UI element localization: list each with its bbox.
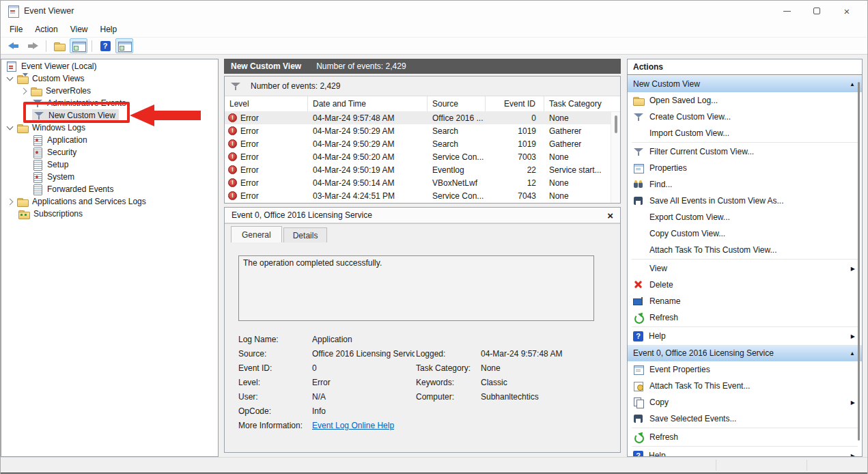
collapse-icon[interactable]: ▲: [850, 350, 855, 357]
actions-separator: [632, 142, 858, 143]
column-header-level[interactable]: Level: [225, 96, 308, 111]
chevron-down-icon[interactable]: [7, 74, 14, 81]
tree-item-applications-and-services-logs[interactable]: Applications and Services Logs: [2, 195, 217, 208]
properties-icon: [633, 163, 644, 173]
toolbar-separator: [92, 40, 92, 52]
toolbar-separator: [46, 40, 46, 52]
events-table-header: Level Date and Time Source Event ID Task…: [225, 96, 620, 111]
tree-item-label: Subscriptions: [33, 209, 83, 219]
actions-title: Actions: [628, 59, 862, 75]
event-row[interactable]: Error 04-Mar-24 9:50:19 AM Eventlog 22 S…: [225, 163, 620, 176]
chevron-down-icon[interactable]: [7, 123, 14, 130]
tree-item-windows-logs[interactable]: Windows Logs: [2, 122, 217, 134]
show-console-tree-button[interactable]: [70, 38, 87, 53]
event-row[interactable]: Error 04-Mar-24 9:50:29 AM Search 1019 G…: [225, 124, 620, 137]
column-header-source[interactable]: Source: [428, 96, 486, 111]
help-icon: [100, 41, 111, 51]
event-description: The operation completed successfully.: [243, 258, 382, 268]
action-create-custom-view[interactable]: Create Custom View...: [628, 109, 862, 125]
error-icon: [228, 165, 237, 174]
action-import-custom-view[interactable]: Import Custom View...: [628, 125, 862, 141]
action-copy[interactable]: Copy ▶: [628, 394, 862, 410]
actions-pane: Actions New Custom View ▲ Open Saved Log…: [627, 59, 863, 457]
log-icon: [32, 135, 43, 145]
tree-item-label: System: [47, 172, 74, 182]
tree-item-security[interactable]: Security: [2, 146, 217, 158]
actions-section-header-new-custom-view[interactable]: New Custom View ▲: [628, 75, 862, 92]
menu-action[interactable]: Action: [29, 23, 64, 36]
refresh-icon: [633, 432, 644, 443]
submenu-arrow-icon: ▶: [851, 400, 855, 406]
column-header-task-category[interactable]: Task Category: [544, 96, 620, 111]
field-label: Task Category:: [416, 363, 471, 373]
error-icon: [228, 178, 237, 187]
tree-item-event-viewer-local[interactable]: Event Viewer (Local): [2, 60, 217, 72]
submenu-arrow-icon: ▶: [851, 266, 855, 272]
forward-button[interactable]: [24, 38, 42, 53]
event-row[interactable]: Error 04-Mar-24 9:50:29 AM Search 1019 G…: [225, 137, 620, 150]
action-properties[interactable]: Properties: [628, 160, 862, 176]
action-refresh[interactable]: Refresh: [628, 309, 862, 326]
help-button[interactable]: [96, 38, 114, 53]
tree-item-setup[interactable]: Setup: [2, 158, 217, 171]
chevron-right-icon[interactable]: [20, 87, 27, 94]
action-open-saved-log[interactable]: Open Saved Log...: [628, 92, 862, 109]
actions-scrollbar[interactable]: [858, 82, 860, 441]
tree-item-label: Custom Views: [32, 74, 84, 83]
open-saved-log-button[interactable]: [51, 38, 68, 53]
action-export-custom-view[interactable]: Export Custom View...: [628, 209, 862, 225]
minimize-button[interactable]: [772, 1, 802, 21]
tab-general[interactable]: General: [231, 226, 282, 242]
event-row[interactable]: Error 04-Mar-24 9:50:14 AM VBoxNetLwf 12…: [225, 176, 620, 189]
event-row[interactable]: Error 03-Mar-24 4:24:51 PM Service Con..…: [225, 189, 620, 202]
tree-item-forwarded-events[interactable]: Forwarded Events: [2, 183, 217, 195]
log-icon: [32, 159, 43, 170]
filter-icon: [633, 146, 644, 157]
tab-details[interactable]: Details: [283, 227, 328, 242]
action-copy-custom-view[interactable]: Copy Custom View...: [628, 225, 862, 242]
field-value: Application: [312, 335, 352, 344]
rename-icon: [633, 296, 644, 307]
tree-item-system[interactable]: System: [2, 171, 217, 183]
event-row[interactable]: Error 04-Mar-24 9:57:48 AM Office 2016 .…: [225, 111, 620, 124]
close-details-icon[interactable]: ×: [607, 210, 613, 221]
maximize-button[interactable]: [802, 1, 832, 21]
action-save-all-events[interactable]: Save All Events in Custom View As...: [628, 193, 862, 209]
action-rename[interactable]: Rename: [628, 293, 862, 309]
tree-item-application[interactable]: Application: [2, 134, 217, 146]
action-event-properties[interactable]: Event Properties: [628, 361, 862, 378]
show-action-pane-button[interactable]: [115, 38, 133, 53]
menu-file[interactable]: File: [3, 23, 29, 36]
window-title: Event Viewer: [24, 6, 74, 16]
collapse-icon[interactable]: ▲: [850, 81, 855, 87]
save-icon: [633, 413, 644, 424]
action-find[interactable]: Find...: [628, 176, 862, 193]
event-log-online-help-link[interactable]: Event Log Online Help: [312, 421, 394, 430]
chevron-right-icon[interactable]: [7, 198, 14, 205]
column-header-date-time[interactable]: Date and Time: [308, 96, 428, 111]
custom-views-folder-icon: [17, 73, 28, 84]
tree-item-subscriptions[interactable]: Subscriptions: [2, 208, 217, 220]
action-help[interactable]: Help ▶: [628, 328, 862, 344]
action-attach-task-to-event[interactable]: Attach Task To This Event...: [628, 378, 862, 394]
action-filter-current-custom-view[interactable]: Filter Current Custom View...: [628, 143, 862, 160]
menu-help[interactable]: Help: [94, 23, 124, 36]
menu-view[interactable]: View: [64, 23, 94, 36]
action-delete[interactable]: Delete: [628, 277, 862, 293]
field-label: Computer:: [416, 392, 454, 402]
action-attach-task-to-custom-view[interactable]: Attach Task To This Custom View...: [628, 242, 862, 258]
close-button[interactable]: ×: [832, 1, 862, 21]
event-row[interactable]: Error 04-Mar-24 9:50:20 AM Service Con..…: [225, 150, 620, 163]
tree-item-serverroles[interactable]: ServerRoles: [2, 85, 217, 97]
back-button[interactable]: [5, 38, 23, 53]
tree-item-label: Application: [47, 135, 87, 145]
status-bar: [1, 457, 867, 473]
events-scrollbar[interactable]: [611, 112, 620, 203]
tree-item-custom-views[interactable]: Custom Views: [2, 72, 217, 85]
actions-section-header-event[interactable]: Event 0, Office 2016 Licensing Service ▲: [628, 344, 862, 361]
column-header-event-id[interactable]: Event ID: [486, 96, 544, 111]
action-view[interactable]: View ▶: [628, 260, 862, 277]
action-save-selected-events[interactable]: Save Selected Events...: [628, 410, 862, 427]
action-help-event[interactable]: Help ▶: [628, 447, 862, 457]
action-refresh-event[interactable]: Refresh: [628, 429, 862, 445]
